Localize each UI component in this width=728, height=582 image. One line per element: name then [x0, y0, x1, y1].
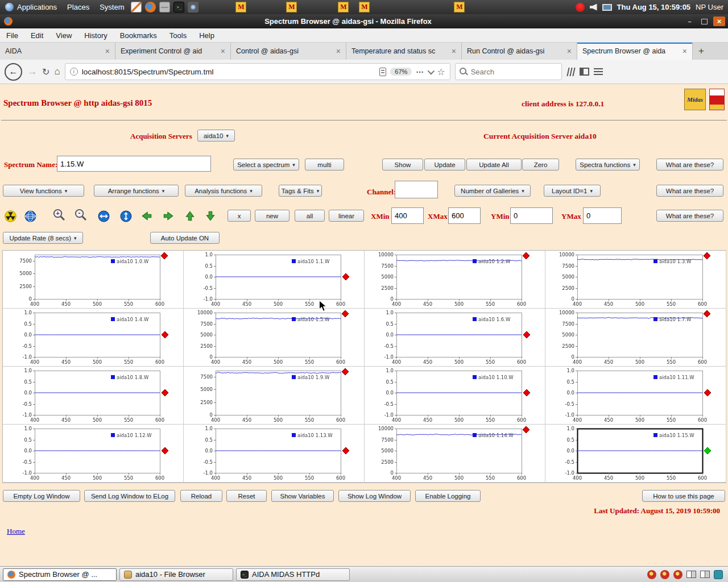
zero-button[interactable]: Zero — [522, 159, 559, 171]
arrange-functions-dropdown[interactable]: Arrange functions — [94, 185, 179, 197]
tab-control[interactable]: Control @ aidas-gsi — [231, 43, 346, 60]
text-editor-launcher-icon[interactable] — [131, 2, 142, 13]
forward-button[interactable] — [27, 65, 38, 78]
workspace-switcher-icon-2[interactable] — [700, 571, 710, 578]
updates-tray-icon[interactable] — [576, 3, 585, 12]
tray-app-icon-2[interactable] — [660, 570, 669, 579]
taskbar-window-spectrum-browser[interactable]: Spectrum Browser @ ... — [3, 568, 117, 581]
multi-button[interactable]: multi — [305, 159, 344, 171]
shift-up-icon[interactable] — [183, 209, 197, 223]
page-actions-icon[interactable] — [416, 67, 424, 76]
tab-experiment-control[interactable]: Experiment Control @ aid — [115, 43, 231, 60]
search-input[interactable] — [471, 68, 545, 76]
chart-aida10-1-9-w[interactable] — [184, 367, 365, 425]
chart-aida10-1-11-w[interactable] — [545, 367, 726, 425]
menu-history[interactable]: History — [78, 31, 113, 40]
chart-aida10-1-15-w[interactable] — [545, 425, 726, 483]
select-a-spectrum-dropdown[interactable]: Select a spectrum — [233, 159, 299, 171]
midas-window-icon-3[interactable] — [338, 2, 349, 13]
how-to-use-button[interactable]: How to use this page — [642, 490, 725, 502]
url-text[interactable]: localhost:8015/Spectrum/Spectrum.tml — [82, 68, 376, 76]
chart-aida10-1-6-w[interactable] — [365, 309, 545, 367]
xmax-input[interactable] — [448, 207, 481, 224]
chart-aida10-1-14-w[interactable] — [365, 425, 545, 483]
analysis-functions-dropdown[interactable]: Analysis functions — [185, 185, 262, 197]
new-button[interactable]: new — [255, 210, 289, 222]
chart-aida10-1-13-w[interactable] — [184, 425, 365, 483]
midas-window-icon-2[interactable] — [286, 2, 297, 13]
enable-logging-button[interactable]: Enable Logging — [415, 490, 481, 502]
show-button[interactable]: Show — [382, 159, 423, 171]
update-rate-dropdown[interactable]: Update Rate (8 secs) — [3, 232, 83, 244]
applications-menu[interactable]: Applications — [0, 0, 62, 14]
reader-view-icon[interactable] — [379, 68, 386, 76]
spectrum-name-input[interactable] — [57, 156, 211, 172]
screenshot-launcher-icon[interactable] — [188, 2, 198, 13]
what-are-these-button-1[interactable]: What are these? — [656, 159, 723, 171]
show-variables-button[interactable]: Show Variables — [271, 490, 334, 502]
ymax-input[interactable] — [583, 207, 622, 224]
tab-temperature[interactable]: Temperature and status sc — [346, 43, 462, 60]
zoom-out-icon[interactable]: - — [74, 208, 88, 222]
midas-window-icon-5[interactable] — [454, 2, 465, 13]
auto-update-button[interactable]: Auto Update ON — [150, 232, 220, 244]
update-button[interactable]: Update — [424, 159, 465, 171]
chart-aida10-1-3-w[interactable] — [545, 251, 726, 309]
shift-left-icon[interactable] — [140, 209, 154, 223]
view-functions-dropdown[interactable]: View functions — [3, 185, 84, 197]
send-log-to-elog-button[interactable]: Send Log Window to ELog — [84, 490, 175, 502]
spectra-functions-dropdown[interactable]: Spectra functions — [576, 159, 640, 171]
reload-page-button[interactable]: Reload — [180, 490, 222, 502]
library-icon[interactable] — [565, 68, 576, 76]
all-button[interactable]: all — [295, 210, 325, 222]
what-are-these-button-3[interactable]: What are these? — [656, 210, 723, 222]
terminal-launcher-icon[interactable] — [173, 2, 184, 13]
shift-right-icon[interactable] — [162, 209, 175, 223]
taskbar-window-aida-httpd[interactable]: AIDA MIDAS HTTPd — [236, 568, 350, 581]
reload-button[interactable] — [42, 66, 49, 77]
x-button[interactable]: x — [228, 210, 251, 222]
facility-logo[interactable] — [709, 89, 725, 110]
home-button[interactable] — [54, 66, 60, 77]
midas-window-icon-4[interactable] — [359, 2, 370, 13]
show-log-window-button[interactable]: Show Log Window — [338, 490, 411, 502]
tab-spectrum-browser[interactable]: Spectrum Browser @ aida — [577, 43, 693, 60]
chart-aida10-1-2-w[interactable] — [365, 251, 545, 309]
close-button[interactable] — [713, 16, 725, 26]
home-link[interactable]: Home — [7, 527, 25, 536]
ymin-input[interactable] — [510, 207, 553, 224]
bookmark-star-icon[interactable] — [437, 66, 445, 77]
menu-tools[interactable]: Tools — [163, 31, 193, 40]
menu-view[interactable]: View — [49, 31, 78, 40]
workspace-switcher-icon[interactable] — [686, 571, 696, 578]
channel-input[interactable] — [395, 181, 438, 198]
menu-bookmarks[interactable]: Bookmarks — [114, 31, 163, 40]
site-info-icon[interactable] — [70, 68, 78, 76]
menu-edit[interactable]: Edit — [24, 31, 49, 40]
what-are-these-button-2[interactable]: What are these? — [656, 185, 723, 197]
places-menu[interactable]: Places — [62, 0, 94, 14]
panel-clock[interactable]: Thu Aug 15, 10:59:05 — [617, 3, 691, 11]
chart-aida10-1-1-w[interactable] — [184, 251, 365, 309]
update-all-button[interactable]: Update All — [466, 159, 522, 171]
chart-aida10-1-5-w[interactable] — [184, 309, 365, 367]
xmin-input[interactable] — [391, 207, 424, 224]
radiation-icon[interactable] — [3, 209, 17, 223]
system-menu[interactable]: System — [94, 0, 129, 14]
chart-aida10-1-7-w[interactable] — [545, 309, 726, 367]
tab-close-icon[interactable] — [452, 47, 456, 55]
acquisition-server-select[interactable]: aida10 — [197, 130, 235, 142]
menu-file[interactable]: File — [0, 31, 24, 40]
menu-help[interactable]: Help — [193, 31, 221, 40]
url-bar[interactable]: localhost:8015/Spectrum/Spectrum.tml 67% — [65, 63, 450, 80]
new-tab-button[interactable] — [693, 43, 710, 60]
chart-aida10-1-10-w[interactable] — [365, 367, 545, 425]
panel-user[interactable]: NP User — [696, 3, 723, 11]
file-manager-launcher-icon[interactable] — [159, 2, 170, 13]
shift-down-icon[interactable] — [204, 209, 217, 223]
back-button[interactable] — [5, 63, 22, 81]
chart-aida10-1-0-w[interactable] — [3, 251, 184, 309]
number-of-galleries-dropdown[interactable]: Number of Galleries — [454, 185, 531, 197]
search-bar[interactable] — [455, 63, 562, 80]
linear-button[interactable]: linear — [329, 210, 364, 222]
